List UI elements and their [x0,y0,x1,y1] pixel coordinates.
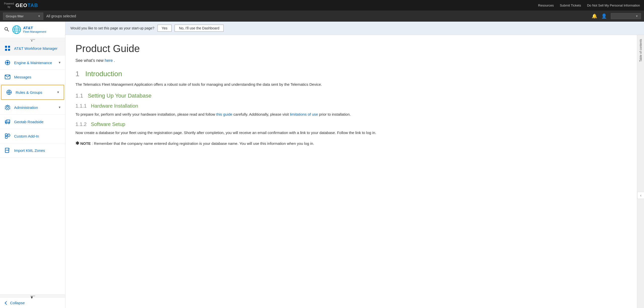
subtitle-prefix: See what's new [75,58,105,63]
scroll-down-dot[interactable]: ▼ [30,295,35,296]
svg-point-27 [8,122,10,124]
svg-rect-8 [5,46,7,48]
sidebar-item-administration[interactable]: Administration ▼ [0,100,65,115]
att-workforce-label: AT&T Workforce Manager [14,46,61,51]
collapse-button[interactable]: Collapse [4,301,61,305]
section-111-heading: 1.1.1 Hardware Installation [75,103,627,109]
section-111-body-mid: carefully. Additionally, please visit [233,112,290,116]
toc-collapse-icon[interactable]: ‹ [637,192,644,199]
section-112-body: Now create a database for your fleet usi… [75,130,627,136]
import-kml-icon: KML [4,147,11,154]
no-dashboard-button[interactable]: No, I'll use the Dashboard [175,25,224,32]
groups-filter-button[interactable]: Groups filter ▼ [3,13,43,20]
section-112-num: 1.1.2 [75,121,87,127]
startup-page-banner: Would you like to set this page as your … [65,22,644,35]
sidebar-item-att-workforce[interactable]: AT&T Workforce Manager [0,41,65,56]
engine-maintenance-expand-icon: ▼ [58,61,61,64]
toc-sidebar: Table of contents ‹ [637,35,644,308]
svg-line-1 [7,30,9,31]
sidebar-navigation: AT&T Workforce Manager Engine & Maintena… [0,41,65,294]
submit-tickets-link[interactable]: Submit Tickets [560,4,581,7]
svg-point-20 [8,92,10,93]
note-star: ✱ [75,141,79,146]
scroll-up-dot[interactable]: ▲ [30,39,35,40]
search-icon[interactable] [4,27,9,33]
sidebar-header: AT&T Fleet Management [0,22,65,38]
svg-rect-15 [7,64,8,65]
content-with-toc: Product Guide See what's new here . 1 In… [65,35,644,308]
scroll-up-indicator[interactable]: ▲ [0,38,65,41]
section-112-heading: 1.1.2 Software Setup [75,121,627,127]
notifications-bell-icon[interactable]: 🔔 [592,13,597,19]
filter-bar-right: 🔔 👤 ▼ [592,13,641,19]
document-content: Product Guide See what's new here . 1 In… [65,35,637,308]
svg-rect-31 [5,136,7,138]
top-bar-links: Resources Submit Tickets Do Not Sell My … [538,4,640,7]
section-111-num: 1.1.1 [75,103,87,109]
sidebar-item-geotab-roadside[interactable]: Geotab Roadside [0,115,65,129]
svg-rect-9 [8,46,10,48]
geotab-roadside-icon [4,118,11,125]
limitations-of-use-link[interactable]: limitations of use [290,112,318,116]
svg-rect-30 [5,134,7,136]
section-111-body: To prepare for, perform and verify your … [75,111,627,117]
svg-rect-16 [5,62,6,63]
section-11-heading: 1.1 Setting Up Your Database [75,93,627,99]
custom-addon-label: Custom Add-In [14,134,61,138]
messages-icon [4,73,11,80]
section-111-body-suffix: prior to installation. [319,112,351,116]
yes-button[interactable]: Yes [157,25,172,32]
engine-maintenance-icon [4,59,11,66]
all-groups-selected-text: All groups selected [46,14,76,18]
startup-question-text: Would you like to set this page as your … [70,26,154,30]
geotab-logo: Poweredby GEOTAB [4,2,38,9]
doc-title: Product Guide [75,43,627,54]
sidebar-item-import-kml[interactable]: KML Import KML Zones [0,143,65,158]
subtitle-suffix: . [114,58,115,63]
administration-label: Administration [14,105,58,110]
svg-rect-17 [9,62,10,63]
doc-subtitle: See what's new here . [75,58,627,63]
section-112-title: Software Setup [91,121,125,127]
att-globe-icon [12,25,21,34]
sidebar-item-messages[interactable]: Messages [0,70,65,84]
svg-point-26 [6,122,7,124]
groups-filter-arrow-icon: ▼ [38,15,41,18]
do-not-sell-link[interactable]: Do Not Sell My Personal Information [587,4,640,7]
rules-groups-icon [6,89,13,96]
import-kml-label: Import KML Zones [14,148,61,153]
toc-label[interactable]: Table of contents [639,39,642,62]
user-menu-button[interactable]: ▼ [611,13,641,19]
main-content: Would you like to set this page as your … [65,22,644,308]
svg-point-13 [7,62,9,64]
main-layout: AT&T Fleet Management ▲ AT [0,22,644,308]
section-111-body-prefix: To prepare for, perform and verify your … [75,112,216,116]
here-link[interactable]: here [105,58,113,63]
rules-groups-label: Rules & Groups [16,90,57,95]
sidebar: AT&T Fleet Management ▲ AT [0,22,65,308]
engine-maintenance-label: Engine & Maintenance [14,61,58,65]
sidebar-footer: Collapse [0,297,65,308]
this-guide-link[interactable]: this guide [216,112,232,116]
sidebar-item-custom-addon[interactable]: Custom Add-In [0,129,65,143]
section-1-body: The Telematics Fleet Management Applicat… [75,81,627,87]
groups-filter-label: Groups filter [6,14,24,18]
rules-groups-expand-icon: ▼ [57,91,60,94]
sidebar-item-rules-groups[interactable]: Rules & Groups ▼ [1,85,64,100]
powered-by-text: Poweredby [4,2,14,9]
svg-rect-14 [7,60,8,61]
att-workforce-icon [4,45,11,52]
sidebar-item-engine-maintenance[interactable]: Engine & Maintenance ▼ [0,56,65,70]
administration-expand-icon: ▼ [58,106,61,109]
note-text: ✱ NOTE : Remember that the company name … [75,140,627,147]
section-1-title: Introduction [85,70,122,78]
user-icon[interactable]: 👤 [601,13,607,19]
note-bold: NOTE [80,141,91,146]
note-body: : Remember that the company name entered… [92,141,314,146]
collapse-label: Collapse [10,301,25,305]
resources-link[interactable]: Resources [538,4,554,7]
org-subtitle: Fleet Management [23,30,46,33]
att-logo: AT&T Fleet Management [12,25,46,34]
svg-text:KML: KML [6,149,10,151]
scroll-down-indicator[interactable]: ▼ [0,294,65,297]
